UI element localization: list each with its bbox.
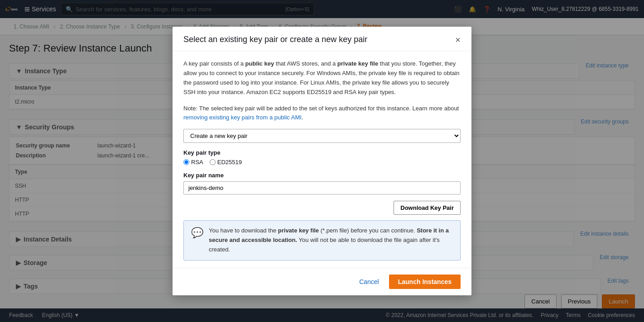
key-pair-type-label: Key pair type — [183, 149, 461, 156]
key-pair-type-group: RSA ED25519 — [183, 159, 461, 166]
launch-instances-button[interactable]: Launch Instances — [389, 275, 461, 289]
modal-description: A key pair consists of a public key that… — [183, 59, 461, 97]
download-key-pair-button[interactable]: Download Key Pair — [394, 201, 461, 215]
info-box: 💬 You have to download the private key f… — [183, 220, 461, 260]
modal-title: Select an existing key pair or create a … — [183, 35, 367, 44]
modal-overlay: Select an existing key pair or create a … — [0, 0, 644, 322]
rsa-radio-label[interactable]: RSA — [183, 159, 203, 166]
cancel-button[interactable]: Cancel — [355, 275, 384, 288]
modal-header: Select an existing key pair or create a … — [173, 27, 471, 51]
ed25519-radio-label[interactable]: ED25519 — [210, 159, 242, 166]
rsa-radio[interactable] — [183, 159, 189, 165]
ed25519-label-text: ED25519 — [217, 159, 242, 166]
modal-close-button[interactable]: × — [455, 35, 461, 44]
key-pair-name-label: Key pair name — [183, 172, 461, 179]
key-pair-name-input[interactable] — [183, 181, 461, 194]
modal-note: Note: The selected key pair will be adde… — [183, 104, 461, 122]
ed25519-radio[interactable] — [210, 159, 216, 165]
info-box-text: You have to download the private key fil… — [209, 226, 453, 254]
modal-body: A key pair consists of a public key that… — [173, 51, 471, 268]
remove-key-pairs-link[interactable]: removing existing key pairs from a publi… — [183, 114, 302, 121]
info-chat-icon: 💬 — [191, 227, 203, 239]
modal-footer: Cancel Launch Instances — [173, 268, 471, 295]
rsa-label-text: RSA — [191, 159, 203, 166]
key-pair-modal: Select an existing key pair or create a … — [173, 27, 471, 295]
key-pair-dropdown[interactable]: Create a new key pair Choose an existing… — [183, 129, 461, 143]
